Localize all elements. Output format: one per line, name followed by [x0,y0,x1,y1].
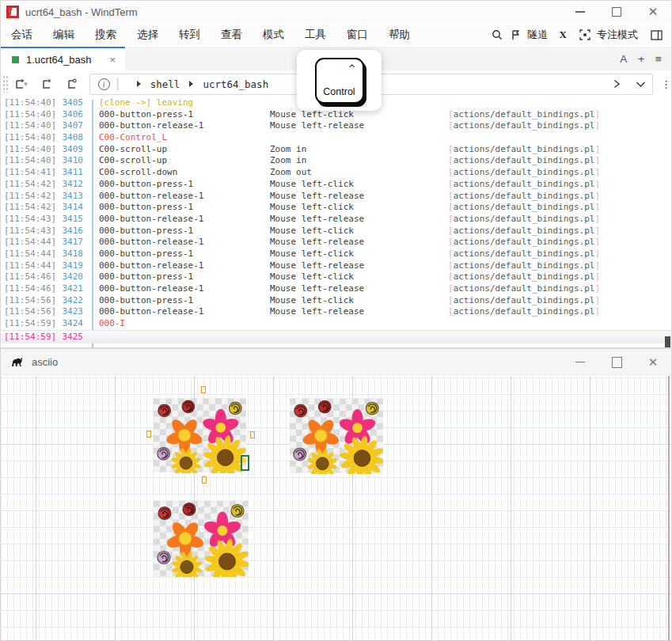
new-session-button[interactable]: ▼ [11,74,32,93]
terminal-line: [11:54:40]3407000-button-release-1Mouse … [1,120,671,132]
asciio-window: asciio ✕ [0,348,672,641]
windterm-window: ucrt64_bash - WindTerm ✕ 会话 编辑 搜索 选择 转到 … [0,0,672,348]
terminal-line: [11:54:46]3421000-button-release-1Mouse … [1,283,671,295]
terminal-lines: [11:54:40]3405[clone ->] leaving[11:54:4… [1,97,671,343]
new-tab-button[interactable]: + [638,53,644,65]
menubar: 会话 编辑 搜索 选择 转到 查看 模式 工具 窗口 帮助 隧道 X 专注模式 [1,23,671,47]
menu-window[interactable]: 窗口 [336,23,378,47]
terminal-view[interactable]: [11:54:40]3405[clone ->] leaving[11:54:4… [1,97,671,347]
asciio-minimize-button[interactable] [562,349,598,375]
menu-goto[interactable]: 转到 [169,23,211,47]
terminal-line: [11:54:41]3411C00-scroll-downZoom out[ac… [1,167,671,179]
terminal-line: [11:54:56]3423000-button-release-1Mouse … [1,306,671,318]
flower-image-1[interactable] [154,397,246,473]
font-size-button[interactable]: A [620,53,627,65]
tab-label: 1.ucrt64_bash [26,54,106,66]
close-button[interactable]: ✕ [635,1,671,23]
breadcrumb-pipe: | [116,77,120,91]
windterm-titlebar: ucrt64_bash - WindTerm ✕ [1,1,671,23]
menu-search[interactable]: 搜索 [85,23,127,47]
terminal-line: [11:54:59]3424000-I [1,318,671,330]
terminal-line: [11:54:44]3418000-button-press-1Mouse le… [1,248,671,260]
layout-panel-icon[interactable] [649,28,663,42]
tab-status-icon [12,56,19,63]
terminal-line: [11:54:40]3410C00-scroll-upZoom in[actio… [1,155,671,167]
grid-accent-line-vertical [668,376,670,640]
caret-glyph: ^ [349,63,355,74]
terminal-line: [11:54:40]3409C00-scroll-upZoom in[actio… [1,144,671,156]
terminal-line: [11:54:42]3414000-button-press-1Mouse le… [1,202,671,214]
tunnel-label[interactable]: 隧道 [528,28,549,42]
terminal-line: [11:54:42]3412000-button-press-1Mouse le… [1,179,671,191]
asciio-titlebar: asciio ✕ [1,349,671,375]
menu-mode[interactable]: 模式 [252,23,294,47]
tunnel-flag-icon[interactable] [509,28,523,42]
camel-icon [10,355,24,368]
x-server-button[interactable]: X [560,28,567,41]
menu-view[interactable]: 查看 [211,23,252,47]
breadcrumb-session[interactable]: ucrt64_bash [203,78,268,90]
terminal-line: [11:54:40]3408C00-Control_L [1,132,671,144]
menu-select[interactable]: 选择 [127,23,169,47]
terminal-line: [11:54:59]3425 [1,330,671,343]
menu-tools[interactable]: 工具 [294,23,336,47]
asciio-close-button[interactable]: ✕ [635,349,671,375]
focus-mode-label[interactable]: 专注模式 [597,28,638,42]
terminal-line: [11:54:56]3422000-button-press-1Mouse le… [1,295,671,307]
chevron-down-icon[interactable] [636,81,646,88]
control-key-label: Control [317,86,363,97]
flower-image-2[interactable] [290,397,383,474]
info-icon[interactable]: i [98,78,110,90]
key-overlay-panel: ^ Control [297,50,382,111]
windterm-app-icon [6,6,19,18]
asciio-maximize-button[interactable] [598,349,635,375]
terminal-scrollbar-thumb[interactable] [665,336,670,347]
toolbar-grip[interactable] [2,75,9,93]
asciio-title: asciio [32,356,58,368]
terminal-line: [11:54:43]3415000-button-release-1Mouse … [1,214,671,226]
selection-handle-right[interactable] [250,431,255,438]
chevron-right-icon[interactable] [612,79,621,89]
focus-mode-icon[interactable] [578,28,592,42]
window-title: ucrt64_bash - WindTerm [25,6,138,18]
flower-image-3[interactable] [154,500,249,577]
detach-session-button[interactable] [62,74,82,93]
menu-help[interactable]: 帮助 [378,23,420,47]
tab-ucrt64-bash[interactable]: 1.ucrt64_bash × [1,47,125,70]
breadcrumb-arrow-icon [137,81,141,87]
asciio-canvas[interactable] [1,376,671,640]
terminal-line: [11:54:44]3417000-button-release-1Mouse … [1,237,671,248]
minimize-button[interactable] [562,1,598,23]
selection-handle-left[interactable] [146,430,151,438]
search-icon[interactable] [490,28,504,42]
maximize-button[interactable] [598,1,635,23]
tab-close-icon[interactable]: × [106,54,119,66]
terminal-line: [11:54:42]3413000-button-release-1Mouse … [1,191,671,203]
breadcrumb-arrow-icon [189,81,193,87]
tab-list-button[interactable]: ≡ [655,53,662,65]
terminal-line: [11:54:44]3419000-button-release-1Mouse … [1,260,671,272]
terminal-line: [11:54:46]3420000-button-press-1Mouse le… [1,271,671,283]
new-session-caret-icon[interactable]: ▼ [22,81,28,88]
more-options-icon[interactable]: ⋮ [661,78,671,90]
breadcrumb-shell[interactable]: shell [150,78,180,90]
terminal-line: [11:54:43]3416000-button-press-1Mouse le… [1,226,671,237]
selection-handle-bottom[interactable] [202,476,207,484]
control-keycap: ^ Control [315,58,364,104]
selection-handle-top[interactable] [201,386,206,393]
asciio-cursor [241,455,249,471]
menu-edit[interactable]: 编辑 [43,23,85,47]
close-session-button[interactable] [36,74,57,93]
menu-session[interactable]: 会话 [1,23,43,47]
